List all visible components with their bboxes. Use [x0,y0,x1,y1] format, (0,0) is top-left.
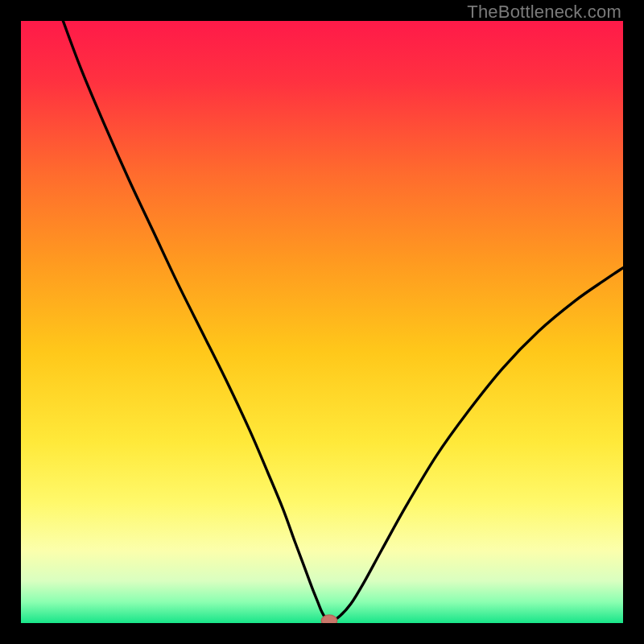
watermark-text: TheBottleneck.com [467,2,621,23]
gradient-background [21,21,623,623]
chart-frame: TheBottleneck.com [0,0,644,644]
optimal-point-marker [321,615,336,623]
bottleneck-plot [21,21,623,623]
